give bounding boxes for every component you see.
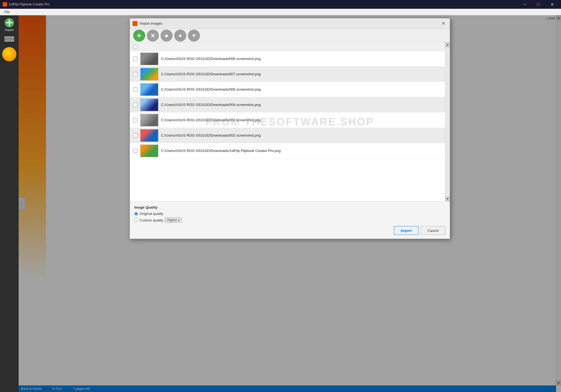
main-layout: Import ‹ 1:8080 ▲ [0, 15, 561, 392]
quality-dropdown-value: Higher [167, 218, 177, 222]
minimize-button[interactable]: ─ [518, 0, 531, 9]
svg-rect-12 [165, 35, 168, 36]
import-dialog: Import images ✕ [130, 18, 450, 239]
original-quality-radio[interactable] [134, 212, 138, 216]
up-icon [178, 33, 183, 38]
app-close-button[interactable]: ✕ [546, 0, 558, 9]
thumbnail-004 [140, 99, 158, 111]
checkbox-004[interactable] [133, 103, 138, 107]
thumbnail-1stflip [140, 145, 158, 157]
file-item-004: C:/Users/ASUS ROG G531GD/Downloads/004 s… [130, 97, 450, 113]
custom-quality-radio[interactable] [134, 218, 138, 222]
file-item-002: C:/Users/ASUS ROG G531GD/Downloads/002 s… [130, 128, 450, 143]
chevron-down-icon: ▾ [178, 219, 179, 222]
file-list-header [130, 42, 450, 51]
remove-file-button[interactable] [147, 30, 159, 42]
title-bar: 1stFlip Flipbook Creator Pro ─ □ ✕ [0, 0, 561, 9]
title-bar-controls: ─ □ ✕ [518, 0, 558, 9]
sidebar: Import [0, 15, 19, 392]
thumbnail-002 [140, 129, 158, 142]
filepath-007: C:/Users/ASUS ROG G531GD/Downloads/007 s… [161, 72, 446, 76]
add-files-button[interactable] [133, 30, 145, 42]
cancel-button[interactable]: Cancel [421, 226, 445, 235]
menu-bar: File [0, 9, 561, 15]
dialog-title: Import images [140, 21, 437, 25]
file-item-1stflip: C:/Users/ASUS ROG G531GD/Downloads/1stFl… [130, 143, 450, 158]
dialog-icon [133, 21, 138, 26]
trash-icon [164, 33, 170, 39]
custom-quality-label: Custom quality [140, 218, 163, 222]
app-window: 1stFlip Flipbook Creator Pro ─ □ ✕ File [0, 0, 561, 392]
file-item-007: C:/Users/ASUS ROG G531GD/Downloads/007 s… [130, 67, 450, 82]
import-label: Import [5, 28, 13, 31]
image-quality-section: Image Quality Original quality Custom qu… [134, 205, 445, 223]
checkbox-002[interactable] [133, 133, 138, 138]
hamburger-line-3 [4, 41, 14, 41]
filepath-002: C:/Users/ASUS ROG G531GD/Downloads/002 s… [161, 133, 446, 137]
filepath-004: C:/Users/ASUS ROG G531GD/Downloads/004 s… [161, 103, 446, 107]
thumbnail-008 [140, 53, 158, 65]
down-icon [191, 33, 197, 38]
select-all-checkbox[interactable] [133, 45, 138, 49]
checkbox-003[interactable] [133, 118, 138, 122]
sidebar-import-button[interactable]: Import [2, 18, 16, 32]
image-quality-label: Image Quality [134, 205, 445, 209]
dialog-scrollbar[interactable]: ▲ ▼ [445, 42, 450, 201]
checkbox-008[interactable] [133, 57, 138, 61]
thumbnail-007 [140, 68, 158, 80]
move-down-button[interactable] [188, 30, 200, 42]
checkbox-006[interactable] [133, 87, 138, 92]
custom-quality-row: Custom quality Higher ▾ [134, 217, 445, 223]
import-button[interactable]: Import [394, 226, 419, 235]
menu-file[interactable]: File [2, 10, 12, 15]
checkbox-1stflip[interactable] [133, 149, 138, 153]
quality-dropdown[interactable]: Higher ▾ [165, 217, 182, 223]
checkbox-007[interactable] [133, 72, 138, 76]
file-item-006: C:/Users/ASUS ROG G531GD/Downloads/006 s… [130, 82, 450, 97]
original-quality-row: Original quality [134, 212, 445, 216]
file-list: C:/Users/ASUS ROG G531GD/Downloads/008 s… [130, 42, 450, 201]
move-up-button[interactable] [174, 30, 186, 42]
filepath-003: C:/Users/ASUS ROG G531GD/Downloads/003 s… [161, 118, 446, 122]
hamburger-menu[interactable] [3, 34, 15, 44]
delete-button[interactable] [161, 30, 173, 42]
app-icon [3, 2, 7, 7]
dialog-toolbar [130, 29, 450, 42]
dialog-scroll-down-button[interactable]: ▼ [445, 197, 450, 201]
original-quality-label: Original quality [140, 212, 163, 216]
dialog-body: C:/Users/ASUS ROG G531GD/Downloads/008 s… [130, 42, 450, 201]
app-content: File Import [0, 9, 561, 392]
hamburger-line-1 [4, 37, 14, 38]
user-avatar [2, 47, 16, 61]
cancel-icon [150, 33, 156, 38]
dialog-title-bar: Import images ✕ [130, 18, 450, 29]
dialog-scroll-up-button[interactable]: ▲ [445, 42, 450, 47]
footer-buttons: Import Cancel [134, 226, 445, 235]
filepath-006: C:/Users/ASUS ROG G531GD/Downloads/006 s… [161, 87, 446, 91]
thumbnail-003 [140, 114, 158, 126]
hamburger-line-2 [4, 39, 14, 39]
thumbnail-006 [140, 83, 158, 96]
filepath-1stflip: C:/Users/ASUS ROG G531GD/Downloads/1stFl… [161, 149, 446, 153]
maximize-button[interactable]: □ [532, 0, 545, 9]
filepath-008: C:/Users/ASUS ROG G531GD/Downloads/008 s… [161, 57, 446, 61]
file-item-003: C:/Users/ASUS ROG G531GD/Downloads/003 s… [130, 113, 450, 128]
dialog-close-button[interactable]: ✕ [439, 20, 447, 27]
dialog-overlay: Import images ✕ [19, 15, 561, 392]
add-icon [136, 33, 142, 38]
import-icon [4, 18, 14, 28]
app-title: 1stFlip Flipbook Creator Pro [9, 2, 518, 6]
file-item-008: C:/Users/ASUS ROG G531GD/Downloads/008 s… [130, 51, 450, 67]
dialog-footer: Image Quality Original quality Custom qu… [130, 201, 450, 239]
